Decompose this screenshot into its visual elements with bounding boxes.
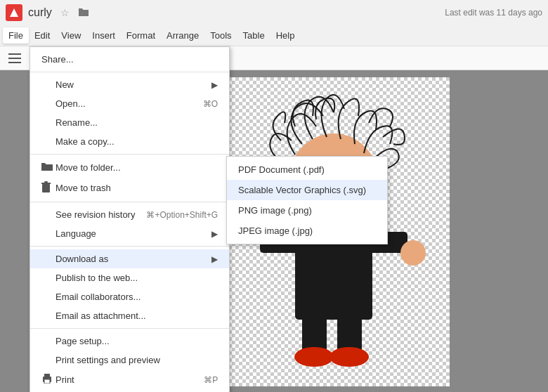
menu-help[interactable]: Help [270,27,301,44]
menu-move-folder[interactable]: Move to folder... [30,157,229,177]
svg-point-14 [330,347,369,367]
menu-edit[interactable]: Edit [29,27,56,44]
svg-marker-0 [10,8,18,17]
svg-point-10 [400,240,426,266]
menu-print[interactable]: Print ⌘P [30,370,229,390]
title-bar: curly ☆ Last edit was 11 days ago [0,0,548,25]
menu-make-copy[interactable]: Make a copy... [30,132,229,151]
download-png[interactable]: PNG image (.png) [227,200,387,221]
menu-share[interactable]: Share... [30,50,229,69]
menu-table[interactable]: Table [237,27,270,44]
svg-rect-2 [8,58,21,59]
menu-bar: File Edit View Insert Format Arrange Too… [0,25,548,46]
menu-new[interactable]: New ▶ [30,75,229,94]
download-submenu: PDF Document (.pdf) Scalable Vector Grap… [226,156,388,244]
svg-rect-1 [8,53,21,55]
download-jpeg[interactable]: JPEG image (.jpg) [227,221,387,241]
svg-rect-20 [41,183,51,184]
dropdown-menu: Share... New ▶ Open... ⌘O Rename... Make… [30,46,230,392]
menu-email-attachment[interactable]: Email as attachment... [30,306,229,325]
menu-rename[interactable]: Rename... [30,113,229,132]
separator-3 [30,202,229,202]
svg-rect-24 [44,379,50,384]
svg-rect-19 [42,184,50,192]
svg-point-13 [294,347,334,367]
menu-open[interactable]: Open... ⌘O [30,94,229,113]
separator-2 [30,154,229,155]
last-edit-text: Last edit was 11 days ago [445,8,542,18]
app-logo [6,4,22,21]
doc-title: curly [28,6,52,19]
menu-tools[interactable]: Tools [204,27,237,44]
svg-rect-21 [44,181,48,183]
star-icon[interactable]: ☆ [60,7,70,18]
separator-1 [30,72,229,72]
menu-format[interactable]: Format [121,27,161,44]
menu-arrange[interactable]: Arrange [161,27,204,44]
folder-icon-menu [41,162,56,173]
menu-view[interactable]: View [56,27,86,44]
folder-icon[interactable] [78,7,89,19]
toolbar-btn-1[interactable] [6,49,24,67]
menu-email-collaborators[interactable]: Email collaborators... [30,287,229,306]
svg-rect-23 [44,374,50,377]
menu-language[interactable]: Language ▶ [30,224,229,243]
separator-4 [30,246,229,247]
menu-page-setup[interactable]: Page setup... [30,332,229,351]
menu-revision-history[interactable]: See revision history ⌘+Option+Shift+G [30,205,229,224]
trash-icon-menu [41,181,56,195]
file-dropdown: Share... New ▶ Open... ⌘O Rename... Make… [30,46,230,392]
separator-5 [30,328,229,329]
menu-insert[interactable]: Insert [86,27,121,44]
menu-move-trash[interactable]: Move to trash [30,177,229,199]
download-svg[interactable]: Scalable Vector Graphics (.svg) [227,180,387,200]
menu-download-as[interactable]: Download as ▶ [30,249,229,268]
print-icon-menu [41,374,56,386]
svg-rect-3 [8,62,21,63]
download-pdf[interactable]: PDF Document (.pdf) [227,159,387,180]
menu-publish-web[interactable]: Publish to the web... [30,268,229,287]
menu-print-settings[interactable]: Print settings and preview [30,351,229,370]
menu-file[interactable]: File [3,27,29,44]
